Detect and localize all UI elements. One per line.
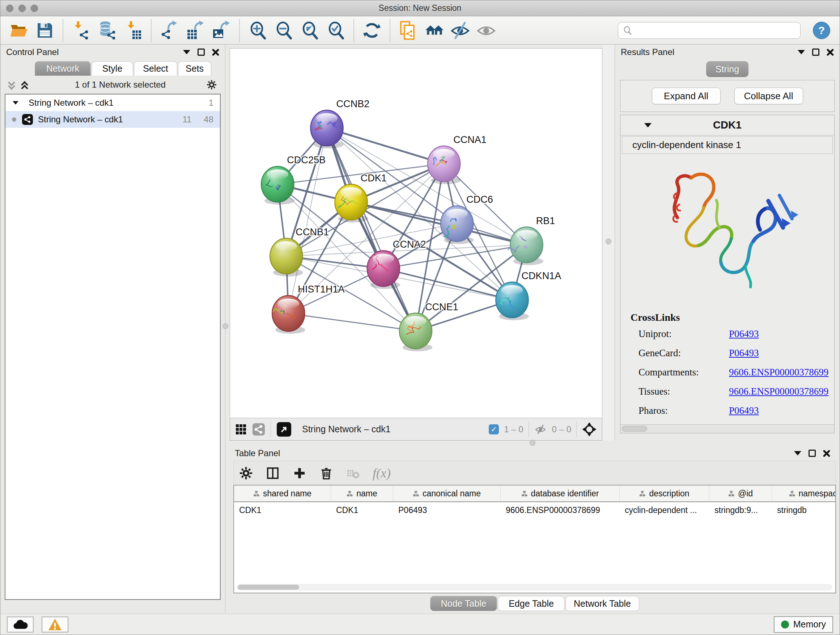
- network-node-HIST1H1A[interactable]: [272, 295, 305, 334]
- close-panel-icon[interactable]: [823, 450, 830, 457]
- network-canvas[interactable]: CCNB2CCNA1CDC25BCDK1CDC6RB1CCNB1CCNA2CDK…: [230, 49, 602, 418]
- network-edge-CCNB2-CCNE1[interactable]: [327, 128, 416, 331]
- network-node-CDKN1A[interactable]: [496, 282, 529, 320]
- tab-select[interactable]: Select: [134, 61, 177, 76]
- import-table-file-button[interactable]: [121, 19, 145, 42]
- network-options-gear-icon[interactable]: [206, 79, 217, 90]
- protein-card-header[interactable]: CDK1: [621, 115, 834, 135]
- panel-menu-icon[interactable]: [798, 50, 805, 54]
- table-hscrollbar[interactable]: [237, 584, 832, 591]
- results-scrollbar[interactable]: [621, 424, 834, 433]
- expand-all-networks-icon[interactable]: [21, 81, 29, 89]
- collection-expand-icon[interactable]: [13, 101, 19, 105]
- tab-edge-table[interactable]: Edge Table: [498, 596, 565, 611]
- search-input[interactable]: [632, 25, 796, 36]
- column-header-shared-name[interactable]: shared name: [234, 486, 331, 501]
- export-table-button[interactable]: [183, 19, 207, 42]
- open-session-button[interactable]: [7, 19, 31, 42]
- crosslink-link[interactable]: P06493: [729, 348, 759, 359]
- export-network-button[interactable]: [157, 19, 181, 42]
- save-session-button[interactable]: [33, 19, 57, 42]
- column-header--id[interactable]: @id: [709, 486, 772, 501]
- string-view-icon[interactable]: [253, 423, 265, 435]
- tab-network[interactable]: Network: [35, 61, 91, 76]
- close-panel-icon[interactable]: [212, 49, 219, 56]
- birdseye-navigator-icon[interactable]: [582, 422, 597, 437]
- show-columns-icon[interactable]: [265, 466, 280, 480]
- close-panel-icon[interactable]: [827, 49, 834, 56]
- panel-menu-icon[interactable]: [794, 451, 801, 455]
- network-node-CCNE1[interactable]: [399, 313, 433, 352]
- zoom-out-button[interactable]: [272, 19, 295, 42]
- table-cell[interactable]: cyclin-dependent ...: [620, 505, 709, 515]
- table-cell[interactable]: stringdb:9...: [709, 505, 772, 515]
- function-builder-icon[interactable]: f(x): [373, 466, 391, 481]
- fit-content-button[interactable]: [298, 19, 322, 42]
- float-panel-icon[interactable]: [808, 450, 816, 457]
- delete-table-icon[interactable]: [346, 466, 360, 480]
- table-cell[interactable]: CDK1: [331, 505, 393, 515]
- apply-layout-button[interactable]: [360, 19, 384, 42]
- import-network-database-button[interactable]: [95, 19, 119, 42]
- column-header-database-identifier[interactable]: database identifier: [501, 486, 620, 501]
- network-edge-HIST1H1A-CCNE1[interactable]: [288, 314, 416, 331]
- search-field[interactable]: [618, 22, 801, 39]
- network-node-CCNA2[interactable]: [367, 250, 401, 289]
- network-collection-row[interactable]: String Network – cdk1 1: [5, 95, 220, 111]
- collapse-all-networks-icon[interactable]: [8, 81, 16, 89]
- float-panel-icon[interactable]: [812, 49, 819, 56]
- delete-column-icon[interactable]: [319, 466, 333, 480]
- table-row[interactable]: CDK1CDK1P064939606.ENSP00000378699cyclin…: [234, 502, 835, 518]
- protein-expand-icon[interactable]: [644, 123, 652, 127]
- tab-sets[interactable]: Sets: [178, 61, 211, 76]
- table-cell[interactable]: P06493: [393, 505, 501, 515]
- tab-network-table[interactable]: Network Table: [565, 596, 639, 611]
- table-options-gear-icon[interactable]: [239, 466, 253, 480]
- zoom-selected-button[interactable]: [324, 19, 347, 42]
- network-node-CCNA1[interactable]: [428, 146, 461, 184]
- panel-menu-icon[interactable]: [183, 50, 190, 54]
- network-node-CDC6[interactable]: [441, 206, 474, 244]
- table-cell[interactable]: CDK1: [234, 505, 331, 515]
- warnings-button[interactable]: [42, 616, 68, 632]
- right-splitter-handle[interactable]: [606, 239, 611, 244]
- cloud-status-button[interactable]: [7, 616, 34, 632]
- horizontal-splitter[interactable]: [225, 440, 840, 446]
- crosslink-link[interactable]: 9606.ENSP00000378699: [729, 367, 829, 378]
- open-in-window-icon[interactable]: [277, 422, 291, 437]
- table-cell[interactable]: stringdb: [772, 505, 836, 515]
- float-panel-icon[interactable]: [197, 49, 205, 56]
- crosslink-link[interactable]: 9606.ENSP00000378699: [729, 386, 829, 397]
- crosslink-link[interactable]: P06493: [729, 405, 759, 416]
- network-node-CCNB1[interactable]: [270, 238, 303, 277]
- help-button[interactable]: ?: [813, 22, 830, 39]
- string-home-button[interactable]: [422, 19, 446, 42]
- network-node-RB1[interactable]: [508, 227, 543, 265]
- show-all-button[interactable]: [474, 19, 498, 42]
- create-column-icon[interactable]: [292, 466, 307, 480]
- tab-node-table[interactable]: Node Table: [430, 596, 497, 611]
- import-network-file-button[interactable]: [69, 19, 93, 42]
- column-header-name[interactable]: name: [331, 486, 393, 501]
- tab-string[interactable]: String: [706, 61, 748, 77]
- column-header-canonical-name[interactable]: canonical name: [393, 486, 501, 501]
- network-row-selected[interactable]: String Network – cdk1 11 48: [5, 111, 220, 128]
- column-header-namespace[interactable]: namespace: [772, 486, 836, 501]
- bottom-splitter-handle[interactable]: [530, 440, 535, 446]
- network-node-CCNB2[interactable]: [310, 110, 344, 149]
- crosslink-link[interactable]: P06493: [729, 328, 759, 340]
- grid-view-icon[interactable]: [235, 424, 247, 435]
- export-image-button[interactable]: [210, 19, 233, 42]
- string-import-button[interactable]: [396, 19, 420, 42]
- zoom-in-button[interactable]: [246, 19, 270, 42]
- network-edge-CCNB2-CCNA1[interactable]: [327, 128, 444, 164]
- collapse-all-button[interactable]: Collapse All: [734, 88, 803, 104]
- network-node-CDK1[interactable]: [335, 184, 368, 223]
- hidden-eye-icon[interactable]: [534, 424, 547, 435]
- memory-button[interactable]: Memory: [774, 616, 833, 633]
- network-node-CDC25B[interactable]: [261, 166, 294, 205]
- column-header-description[interactable]: description: [620, 486, 709, 501]
- tab-style[interactable]: Style: [92, 61, 133, 76]
- vertical-splitter[interactable]: [602, 44, 615, 440]
- selected-nodes-checkbox[interactable]: ✓: [489, 424, 499, 434]
